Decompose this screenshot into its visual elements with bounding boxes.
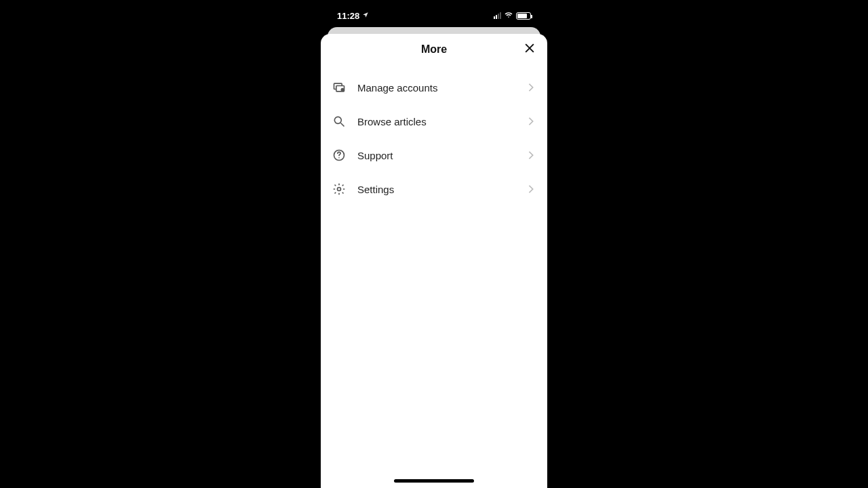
help-icon: [332, 148, 347, 163]
svg-line-6: [341, 123, 344, 127]
status-right: [494, 11, 531, 21]
wifi-icon: [504, 11, 513, 21]
menu-item-label: Settings: [357, 184, 526, 195]
menu-item-label: Manage accounts: [357, 82, 526, 94]
close-button[interactable]: [520, 40, 539, 59]
status-time: 11:28: [337, 11, 359, 21]
menu-item-settings[interactable]: Settings: [321, 172, 547, 206]
search-icon: [332, 114, 347, 129]
home-indicator[interactable]: [394, 479, 474, 483]
chevron-right-icon: [526, 184, 536, 195]
battery-icon: [516, 12, 531, 20]
close-icon: [523, 41, 536, 58]
svg-point-4: [341, 88, 344, 92]
menu-item-manage-accounts[interactable]: Manage accounts: [321, 70, 547, 104]
sheet-header: More: [321, 34, 547, 65]
gear-icon: [332, 182, 347, 197]
chevron-right-icon: [526, 116, 536, 127]
menu-item-browse-articles[interactable]: Browse articles: [321, 104, 547, 138]
more-sheet: More Manage accounts: [321, 34, 547, 488]
menu-item-support[interactable]: Support: [321, 138, 547, 172]
menu-item-label: Support: [357, 150, 526, 161]
menu-item-label: Browse articles: [357, 116, 526, 127]
svg-point-9: [338, 188, 341, 191]
sheet-title: More: [421, 43, 447, 56]
phone-frame: 11:28 More: [321, 0, 547, 488]
svg-point-5: [334, 117, 341, 123]
status-bar: 11:28: [321, 9, 547, 22]
chevron-right-icon: [526, 82, 536, 93]
cellular-icon: [494, 12, 501, 19]
svg-point-8: [338, 157, 340, 159]
status-left: 11:28: [337, 11, 369, 21]
location-icon: [362, 12, 369, 20]
menu-list: Manage accounts Browse articles Suppor: [321, 65, 547, 206]
manage-accounts-icon: [332, 80, 347, 95]
chevron-right-icon: [526, 150, 536, 161]
